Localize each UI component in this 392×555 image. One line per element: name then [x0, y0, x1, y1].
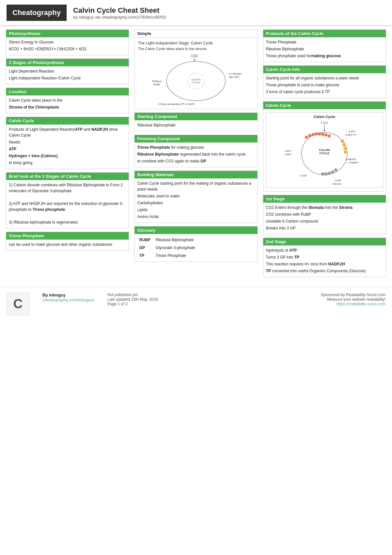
glossary-full-rubp: Ribulose Biphosphate	[154, 236, 254, 244]
glossary-full-tp: Triose Phosphate	[154, 252, 254, 260]
section-header-2ndstage: 2nd Stage	[263, 238, 386, 245]
sc-item-1: Ribulose Biphosphate	[137, 122, 254, 128]
section-body-calvincycle-left: Products of Light Dependent ReactionATP …	[6, 125, 129, 169]
right-column: Products of the Calvin Cycle Triose Phos…	[260, 29, 389, 280]
location-item-2: Stroma of the Chloroplasts	[9, 104, 126, 110]
svg-point-18	[341, 140, 344, 143]
svg-point-12	[311, 133, 315, 136]
2nd-item-3: This reaction requires H+ Ions from NADP…	[266, 261, 383, 267]
cci-item-1: Starting point for all organic substance…	[266, 75, 383, 81]
glossary-abbr-tp: TP	[137, 252, 154, 260]
header-info: Calvin Cycle Cheat Sheet by loboguy via …	[73, 6, 166, 20]
section-header-startingcompound: Starting Compound	[135, 113, 257, 120]
section-body-triosephosphate: can be used to make glucose and other or…	[6, 240, 129, 250]
svg-text:CYCLE: CYCLE	[192, 81, 201, 84]
section-header-triosephosphate: Triose Phosphate	[6, 232, 129, 240]
calvin-cycle-svg: CALVIN CYCLE 3 ATP → 3 ADP ← 6 ATP 6 ADP…	[282, 121, 367, 186]
section-body-1ststage: CO2 Enters through the Stomata Into the …	[263, 203, 386, 234]
byline-text: by loboguy via cheatography.com/27609/cs…	[73, 15, 166, 20]
section-calvincycle-left: Calvin Cycle Products of Light Dependent…	[6, 117, 129, 169]
section-body-products: Triose Phosphate Ribulose Biphosphate Tr…	[263, 37, 386, 62]
svg-text:3 ATP →: 3 ATP →	[285, 150, 294, 153]
middle-column: Simple The Light-Independent Stage: Calv…	[132, 29, 260, 280]
tp-label: 3 triose phosphate (TP or GAP)	[158, 103, 195, 106]
section-header-simple: Simple	[135, 30, 257, 38]
cc-item-2: Needs	[9, 139, 126, 145]
bm-item-4: Lipids	[137, 207, 254, 213]
co2-label: CO2	[191, 54, 198, 58]
svg-point-13	[315, 132, 318, 136]
footer-page: Page 1 of 2.	[107, 302, 308, 306]
section-body-2stages: Light Dependent Reaction Light Independe…	[6, 66, 129, 84]
fc-item-3: to combine with CO2 again to make GP	[137, 158, 254, 164]
section-body-brief3stages: 1) Carbon dioxide combines with Riblubse…	[6, 180, 129, 228]
section-location: Location Calvin Cycle takes place In the…	[6, 88, 129, 113]
page-title: Calvin Cycle Cheat Sheet	[73, 6, 166, 15]
brief-item-2: 2) ATP and NADP.2H are required for the …	[9, 201, 126, 212]
footer-author: By loboguy	[42, 293, 94, 297]
section-glossary: Glossary RUBP Ribulose Biphosphate GP Gl…	[134, 226, 257, 262]
svg-point-26	[321, 172, 324, 176]
footer-logo-char: C	[13, 296, 23, 311]
prod-item-1: Triose Phosphate	[266, 39, 383, 45]
section-buildingmaterials: Building Materials Calvin Cycle starting…	[134, 171, 257, 223]
section-body-buildingmaterials: Calvin Cycle starting point for the maki…	[135, 178, 257, 223]
footer-not-published: Not published yet.	[107, 293, 308, 297]
svg-point-22	[334, 168, 337, 172]
glossary-row-tp: TP Triose Phosphate	[137, 252, 254, 260]
bm-item-5: Amino Acids	[137, 214, 254, 220]
2nd-item-1: Hydrolysis of ATP	[266, 247, 383, 253]
footer-by: By loboguy cheatography.com/loboguy/	[42, 293, 94, 302]
glossary-row-rubp: RUBP Ribulose Biphosphate	[137, 236, 254, 244]
section-calvincycleinfo: Calvin Cycle Info Starting point for all…	[263, 65, 386, 98]
svg-text:CYCLE: CYCLE	[319, 152, 330, 155]
tp-item-1: can be used to make glucose and other or…	[9, 242, 126, 247]
footer-right: Sponsored by Readability-Score.com Measu…	[321, 293, 385, 306]
glossary-abbr-gp: GP	[137, 244, 154, 252]
glossary-table: RUBP Ribulose Biphosphate GP Glycerate 3…	[137, 236, 254, 260]
svg-text:← 6 ATP: ← 6 ATP	[346, 130, 355, 133]
2stages-item-1: Light Dependent Reaction	[9, 68, 126, 74]
section-body-startingcompound: Ribulose Biphosphate	[135, 120, 257, 131]
gp-label: 2 x phosphoglycerate	[229, 72, 242, 75]
page-footer: C By loboguy cheatography.com/loboguy/ N…	[0, 287, 392, 321]
section-header-calvincycle-left: Calvin Cycle	[6, 117, 129, 125]
section-simple: Simple The Light-Independent Stage: Calv…	[134, 29, 257, 109]
cc-item-1: Products of Light Dependent ReactionATP …	[9, 126, 126, 138]
brief-item-1: 1) Carbon dioxide combines with Riblubse…	[9, 182, 126, 194]
section-header-finishingcompound: Finishing Compound	[135, 135, 257, 143]
svg-text:CALVIN: CALVIN	[319, 148, 330, 152]
fc-item-2: Ribulose Biphosphate regenerated back In…	[137, 151, 254, 157]
section-brief3stages: Brief look at the 3 Stages of Calvin Cyc…	[6, 172, 129, 228]
section-body-finishingcompound: Triose Phosphate for making glucose Ribu…	[135, 143, 257, 167]
svg-text:3 CO2: 3 CO2	[321, 121, 329, 124]
footer-sponsored-desc: Measure your website readability!	[321, 297, 385, 302]
section-calvincycle-diagram: Calvin Cycle Calvin Cycle	[263, 101, 386, 192]
svg-point-19	[342, 143, 346, 146]
footer-last-updated: Last updated 15th May, 2016.	[107, 297, 308, 302]
section-header-calvincycleinfo: Calvin Cycle Info	[263, 66, 386, 73]
footer-url[interactable]: cheatography.com/loboguy/	[42, 297, 94, 302]
section-products: Products of the Calvin Cycle Triose Phos…	[263, 29, 386, 62]
1st-item-2: CO2 combines with RuBP	[266, 211, 383, 217]
bm-item-1: Calvin Cycle starting point for the maki…	[137, 180, 254, 192]
section-body-2ndstage: Hydrolysis of ATP Turns 3 GP Into TP Thi…	[263, 245, 386, 277]
footer-center: Not published yet. Last updated 15th May…	[107, 293, 308, 306]
glossary-abbr-rubp: RUBP	[137, 236, 154, 244]
svg-point-24	[328, 172, 331, 175]
cci-item-3: 3 turns of calvin cycle produces 6 TP	[266, 89, 383, 95]
section-header-location: Location	[6, 88, 129, 95]
section-body-location: Calvin Cycle takes place In the Stroma o…	[6, 95, 129, 113]
svg-text:3 ADP: 3 ADP	[285, 153, 291, 156]
svg-point-15	[321, 133, 324, 136]
section-header-2stages: 2 Stages of Photosynthesis	[6, 59, 129, 66]
footer-sponsored: Sponsored by Readability-Score.com	[321, 293, 385, 297]
main-content: Photosynthesis Stores Energy In Glucose …	[0, 29, 392, 280]
1st-item-3: Unstable 6 Carbon compound	[266, 218, 383, 224]
cc-item-3: ATP	[9, 146, 126, 152]
cci-item-2: Triose phosphate Is used to make glucose	[266, 82, 383, 88]
cc-item-5: to keep going	[9, 160, 126, 166]
svg-point-20	[343, 147, 347, 150]
footer-sponsored-url[interactable]: https://readability-score.com	[336, 302, 385, 306]
cc-item-4: Hydrogen + Ions (Cations)	[9, 153, 126, 159]
